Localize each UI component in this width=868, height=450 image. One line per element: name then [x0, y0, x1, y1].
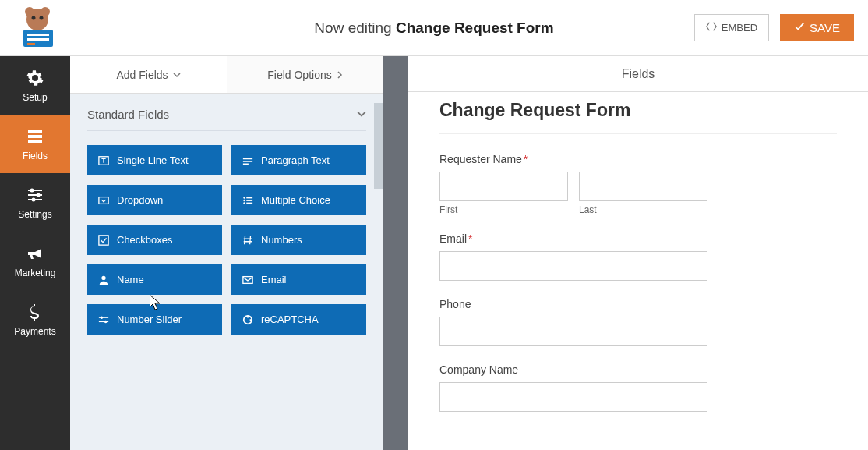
sidebar-item-fields[interactable]: Fields: [0, 115, 70, 173]
svg-point-1: [25, 7, 34, 16]
input-last-name[interactable]: [579, 172, 707, 201]
sublabel-last: Last: [579, 204, 707, 215]
field-checkboxes[interactable]: Checkboxes: [87, 225, 222, 255]
label-phone: Phone: [439, 298, 837, 310]
svg-rect-8: [27, 43, 35, 45]
field-company[interactable]: Company Name: [439, 363, 837, 412]
user-icon: [98, 275, 109, 285]
field-name[interactable]: Name: [87, 264, 222, 295]
hash-icon: [242, 235, 253, 246]
svg-rect-29: [99, 235, 108, 244]
form-preview: Fields Change Request Form Requester Nam…: [408, 56, 868, 450]
chevron-down-icon: [173, 69, 181, 81]
svg-point-3: [32, 16, 36, 20]
gear-icon: [26, 69, 44, 87]
code-icon: [706, 21, 717, 34]
svg-point-27: [243, 202, 245, 204]
svg-point-30: [101, 275, 105, 279]
sidebar: Setup Fields Settings Marketing Payments: [0, 56, 70, 450]
check-square-icon: [98, 235, 109, 246]
label-email: Email*: [439, 232, 837, 245]
tab-field-options[interactable]: Field Options: [227, 56, 383, 93]
svg-rect-28: [246, 202, 252, 204]
svg-point-23: [243, 197, 245, 199]
svg-rect-6: [27, 34, 49, 36]
field-single-line-text[interactable]: Single Line Text: [87, 145, 222, 175]
sidebar-item-payments[interactable]: Payments: [0, 290, 70, 349]
scrollbar[interactable]: [374, 103, 383, 189]
svg-point-35: [104, 320, 108, 323]
svg-point-2: [41, 7, 50, 16]
text-icon: [98, 155, 109, 166]
paragraph-icon: [242, 155, 253, 166]
svg-rect-24: [246, 197, 252, 198]
title-prefix: Now editing: [314, 19, 396, 36]
field-number-slider[interactable]: Number Slider: [87, 304, 222, 335]
svg-rect-9: [28, 130, 42, 133]
svg-rect-20: [243, 161, 252, 162]
preview-tab-fields[interactable]: Fields: [408, 56, 868, 92]
sublabel-first: First: [439, 204, 568, 215]
chevron-down-icon: [357, 108, 366, 121]
envelope-icon: [242, 275, 253, 285]
field-multiple-choice[interactable]: Multiple Choice: [231, 185, 366, 215]
svg-point-25: [243, 199, 245, 201]
title-form-name: Change Request Form: [396, 19, 554, 36]
fields-panel: Add Fields Field Options Standard Fields…: [70, 56, 383, 450]
tab-add-fields[interactable]: Add Fields: [70, 56, 227, 93]
app-logo: [14, 6, 61, 49]
check-icon: [794, 21, 805, 34]
svg-rect-7: [27, 38, 49, 41]
svg-point-34: [101, 316, 104, 319]
sidebar-item-setup[interactable]: Setup: [0, 56, 70, 115]
field-requester-name[interactable]: Requester Name* First Last: [439, 153, 837, 215]
field-email[interactable]: Email: [231, 264, 366, 295]
svg-point-16: [37, 193, 41, 197]
label-company: Company Name: [439, 363, 837, 376]
embed-button[interactable]: EMBED: [694, 14, 769, 41]
chevron-right-icon: [337, 69, 343, 81]
field-email[interactable]: Email*: [439, 232, 837, 281]
dollar-icon: [26, 303, 44, 321]
recaptcha-icon: [242, 314, 253, 325]
field-numbers[interactable]: Numbers: [231, 225, 366, 255]
svg-rect-31: [243, 276, 252, 283]
page-title: Now editing Change Request Form: [314, 19, 553, 37]
sliders-icon: [26, 186, 44, 204]
input-first-name[interactable]: [439, 172, 568, 201]
sidebar-item-marketing[interactable]: Marketing: [0, 232, 70, 290]
input-email[interactable]: [439, 251, 707, 281]
field-recaptcha[interactable]: reCAPTCHA: [231, 304, 366, 335]
label-requester-name: Requester Name*: [439, 153, 837, 165]
svg-point-15: [30, 188, 34, 192]
field-dropdown[interactable]: Dropdown: [87, 185, 222, 215]
topbar: Now editing Change Request Form EMBED SA…: [0, 0, 868, 56]
svg-rect-22: [99, 197, 108, 204]
svg-rect-19: [243, 158, 252, 159]
field-paragraph-text[interactable]: Paragraph Text: [231, 145, 366, 175]
save-button[interactable]: SAVE: [780, 14, 854, 41]
svg-rect-11: [28, 140, 42, 143]
input-company[interactable]: [439, 382, 707, 412]
list-ul-icon: [242, 195, 253, 206]
form-title[interactable]: Change Request Form: [439, 100, 837, 134]
sidebar-item-settings[interactable]: Settings: [0, 173, 70, 232]
dropdown-icon: [98, 195, 109, 206]
panel-divider: [383, 56, 408, 450]
svg-point-4: [40, 16, 44, 20]
input-phone[interactable]: [439, 317, 707, 346]
svg-rect-10: [28, 135, 42, 138]
section-standard-fields[interactable]: Standard Fields: [87, 108, 366, 131]
list-icon: [26, 127, 44, 146]
svg-point-17: [32, 197, 36, 201]
svg-rect-21: [243, 163, 249, 165]
svg-rect-26: [246, 200, 252, 201]
field-phone[interactable]: Phone: [439, 298, 837, 346]
bullhorn-icon: [26, 244, 44, 263]
sliders-h-icon: [98, 314, 109, 325]
